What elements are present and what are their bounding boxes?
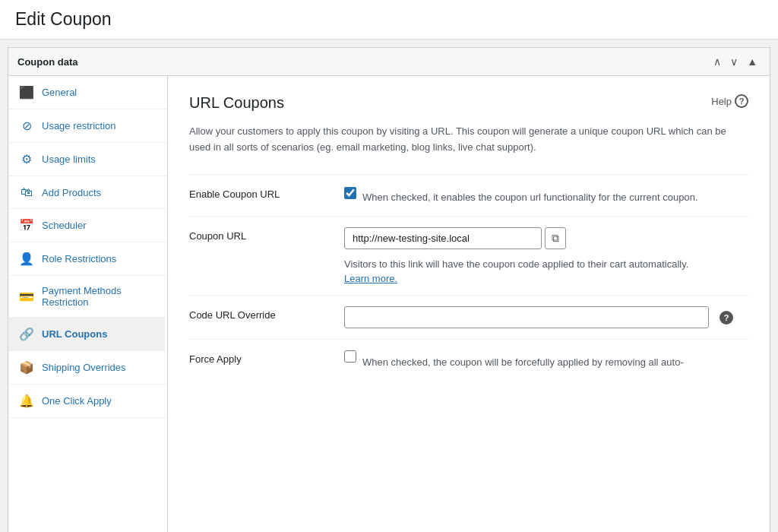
enable-coupon-url-checkbox[interactable]	[344, 187, 356, 199]
add-products-icon: 🛍	[19, 185, 34, 199]
content-header: URL Coupons Help ?	[189, 94, 748, 112]
coupon-url-control: ⧉ Visitors to this link will have the co…	[344, 227, 748, 284]
sidebar-item-url-coupons-label: URL Coupons	[42, 328, 107, 340]
checkbox-wrap: When checked, it enables the coupon url …	[344, 185, 748, 206]
scheduler-icon: 📅	[19, 218, 34, 233]
force-apply-control: When checked, the coupon will be forcefu…	[344, 350, 748, 371]
panel-collapse-up-btn[interactable]: ∧	[710, 54, 724, 69]
shipping-overrides-icon: 📦	[19, 360, 34, 375]
usage-restriction-icon: ⊘	[19, 119, 34, 133]
help-icon: ?	[735, 94, 748, 108]
sidebar-item-one-click-apply[interactable]: 🔔 One Click Apply	[8, 385, 167, 418]
main-content: URL Coupons Help ? Allow your customers …	[168, 76, 770, 532]
code-url-override-label: Code URL Override	[189, 306, 326, 321]
usage-limits-icon: ⚙	[19, 152, 34, 166]
sidebar-item-one-click-apply-label: One Click Apply	[42, 395, 112, 407]
sidebar-item-scheduler-label: Scheduler	[42, 220, 87, 231]
panel-header: Coupon data ∧ ∨ ▲	[8, 48, 770, 76]
sidebar-item-general[interactable]: ⬛ General	[8, 76, 167, 109]
enable-coupon-url-description: When checked, it enables the coupon url …	[362, 190, 698, 206]
sidebar-item-shipping-overrides[interactable]: 📦 Shipping Overrides	[8, 351, 167, 385]
enable-coupon-url-control: When checked, it enables the coupon url …	[344, 185, 748, 206]
coupon-url-visitor-text: Visitors to this link will have the coup…	[344, 257, 748, 273]
sidebar-item-add-products-label: Add Products	[42, 187, 101, 198]
coupon-data-panel: Coupon data ∧ ∨ ▲ ⬛ General ⊘ Usage rest…	[8, 47, 770, 532]
sidebar-item-usage-restriction-label: Usage restriction	[42, 120, 116, 131]
learn-more-link[interactable]: Learn more.	[344, 273, 397, 284]
force-apply-description: When checked, the coupon will be forcefu…	[362, 355, 684, 371]
sidebar-item-role-restrictions-label: Role Restrictions	[42, 253, 116, 264]
code-url-override-help-icon[interactable]: ?	[719, 311, 733, 325]
general-icon: ⬛	[19, 85, 34, 100]
field-row-force-apply: Force Apply When checked, the coupon wil…	[189, 339, 748, 382]
panel-header-title: Coupon data	[17, 56, 77, 68]
section-title: URL Coupons	[189, 94, 284, 112]
panel-header-controls: ∧ ∨ ▲	[710, 54, 761, 69]
field-row-code-url-override: Code URL Override ?	[189, 295, 748, 339]
page-title: Edit Coupon	[15, 9, 763, 30]
url-input-group: ⧉	[344, 227, 748, 249]
sidebar-item-url-coupons[interactable]: 🔗 URL Coupons	[8, 318, 167, 351]
copy-url-button[interactable]: ⧉	[545, 227, 566, 249]
coupon-url-input[interactable]	[344, 227, 542, 249]
sidebar: ⬛ General ⊘ Usage restriction ⚙ Usage li…	[8, 76, 168, 532]
enable-coupon-url-label: Enable Coupon URL	[189, 185, 326, 200]
sidebar-item-add-products[interactable]: 🛍 Add Products	[8, 176, 167, 209]
sidebar-item-general-label: General	[42, 87, 77, 98]
page-wrapper: Edit Coupon Coupon data ∧ ∨ ▲ ⬛ General …	[0, 0, 778, 532]
panel-collapse-down-btn[interactable]: ∨	[727, 54, 741, 69]
sidebar-item-usage-limits-label: Usage limits	[42, 154, 96, 165]
role-restrictions-icon: 👤	[19, 252, 34, 266]
sidebar-item-shipping-overrides-label: Shipping Overrides	[42, 362, 126, 373]
help-label: Help	[711, 96, 732, 107]
section-description: Allow your customers to apply this coupo…	[189, 124, 748, 156]
payment-methods-icon: 💳	[19, 290, 34, 304]
sidebar-item-usage-limits[interactable]: ⚙ Usage limits	[8, 143, 167, 176]
sidebar-item-payment-methods[interactable]: 💳 Payment Methods Restriction	[8, 276, 167, 318]
force-apply-checkbox[interactable]	[344, 350, 356, 363]
page-title-bar: Edit Coupon	[0, 0, 778, 40]
panel-toggle-btn[interactable]: ▲	[744, 54, 761, 69]
panel-body: ⬛ General ⊘ Usage restriction ⚙ Usage li…	[8, 76, 770, 532]
sidebar-item-payment-methods-label: Payment Methods Restriction	[42, 285, 157, 308]
help-link[interactable]: Help ?	[711, 94, 748, 108]
sidebar-item-usage-restriction[interactable]: ⊘ Usage restriction	[8, 109, 167, 143]
one-click-apply-icon: 🔔	[19, 394, 34, 408]
field-row-enable-coupon-url: Enable Coupon URL When checked, it enabl…	[189, 174, 748, 217]
force-apply-checkbox-wrap: When checked, the coupon will be forcefu…	[344, 350, 748, 371]
force-apply-label: Force Apply	[189, 350, 326, 365]
code-url-override-input[interactable]	[344, 306, 709, 328]
sidebar-item-scheduler[interactable]: 📅 Scheduler	[8, 209, 167, 242]
coupon-url-label: Coupon URL	[189, 227, 326, 242]
sidebar-item-role-restrictions[interactable]: 👤 Role Restrictions	[8, 242, 167, 276]
code-url-override-control: ?	[344, 306, 748, 328]
url-coupons-icon: 🔗	[19, 327, 34, 341]
field-row-coupon-url: Coupon URL ⧉ Visitors to this link will …	[189, 216, 748, 295]
